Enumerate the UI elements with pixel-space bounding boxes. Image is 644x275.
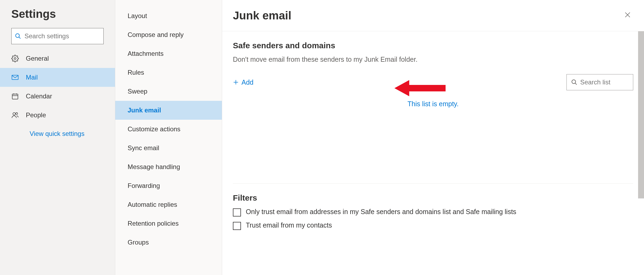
nav-label-mail: Mail <box>26 74 38 81</box>
submenu-item-sweep[interactable]: Sweep <box>115 82 222 101</box>
empty-list-message: This list is empty. <box>233 100 633 108</box>
safe-senders-description: Don't move email from these senders to m… <box>233 56 633 63</box>
add-label: Add <box>242 78 253 86</box>
submenu-item-groups[interactable]: Groups <box>115 233 222 252</box>
main-panel: Junk email Safe senders and domains Don'… <box>222 0 644 275</box>
submenu-item-compose[interactable]: Compose and reply <box>115 25 222 44</box>
nav-item-mail[interactable]: Mail <box>0 68 115 87</box>
search-list-box[interactable] <box>566 74 633 90</box>
submenu-item-message-handling[interactable]: Message handling <box>115 157 222 176</box>
search-icon <box>15 33 21 39</box>
gear-icon <box>11 55 19 62</box>
settings-sidebar: Settings General Mail Calendar <box>0 0 115 275</box>
main-header: Junk email <box>222 0 644 31</box>
submenu-item-customize[interactable]: Customize actions <box>115 120 222 139</box>
calendar-icon <box>11 92 19 100</box>
close-button[interactable] <box>622 9 633 22</box>
nav-label-people: People <box>26 111 46 119</box>
section-divider <box>233 183 633 184</box>
scrollbar-track[interactable] <box>638 31 644 275</box>
submenu-item-layout[interactable]: Layout <box>115 6 222 25</box>
search-icon <box>571 79 578 85</box>
svg-point-0 <box>16 34 19 37</box>
svg-point-2 <box>14 58 16 60</box>
filters-heading: Filters <box>233 193 633 202</box>
submenu-item-retention[interactable]: Retention policies <box>115 214 222 233</box>
svg-rect-4 <box>12 94 18 99</box>
checkbox-only-trust[interactable] <box>233 208 241 216</box>
mail-submenu: Layout Compose and reply Attachments Rul… <box>115 0 222 275</box>
submenu-item-rules[interactable]: Rules <box>115 63 222 82</box>
main-title: Junk email <box>233 9 291 22</box>
svg-point-15 <box>16 113 18 115</box>
submenu-item-auto-replies[interactable]: Automatic replies <box>115 195 222 214</box>
search-settings-box[interactable] <box>11 28 104 44</box>
search-list-input[interactable] <box>580 78 629 86</box>
submenu-item-forwarding[interactable]: Forwarding <box>115 176 222 195</box>
filter-label-only-trust: Only trust email from addresses in my Sa… <box>246 208 516 216</box>
nav-item-calendar[interactable]: Calendar <box>0 87 115 106</box>
close-icon <box>624 11 631 18</box>
submenu-item-attachments[interactable]: Attachments <box>115 44 222 63</box>
safe-senders-heading: Safe senders and domains <box>233 41 633 50</box>
svg-line-1 <box>19 37 20 39</box>
search-settings-input[interactable] <box>24 32 100 40</box>
svg-line-21 <box>575 83 577 85</box>
settings-title: Settings <box>0 8 115 28</box>
nav-label-calendar: Calendar <box>26 92 52 100</box>
svg-point-20 <box>572 80 576 84</box>
nav-item-people[interactable]: People <box>0 106 115 125</box>
filter-option-trust-contacts: Trust email from my contacts <box>233 221 633 230</box>
scrollbar-thumb[interactable] <box>638 31 644 198</box>
filter-label-trust-contacts: Trust email from my contacts <box>246 221 332 229</box>
people-icon <box>11 111 19 119</box>
nav-label-general: General <box>26 55 49 62</box>
submenu-item-junk-email[interactable]: Junk email <box>115 101 222 120</box>
svg-point-14 <box>13 113 15 115</box>
quick-settings-link[interactable]: View quick settings <box>0 130 85 138</box>
svg-rect-3 <box>12 75 18 80</box>
add-safe-sender-button[interactable]: Add <box>233 78 253 86</box>
mail-icon <box>11 74 19 81</box>
nav-item-general[interactable]: General <box>0 49 115 68</box>
submenu-item-sync[interactable]: Sync email <box>115 139 222 157</box>
filter-option-only-trust: Only trust email from addresses in my Sa… <box>233 208 633 216</box>
plus-icon <box>233 79 239 85</box>
checkbox-trust-contacts[interactable] <box>233 222 241 230</box>
